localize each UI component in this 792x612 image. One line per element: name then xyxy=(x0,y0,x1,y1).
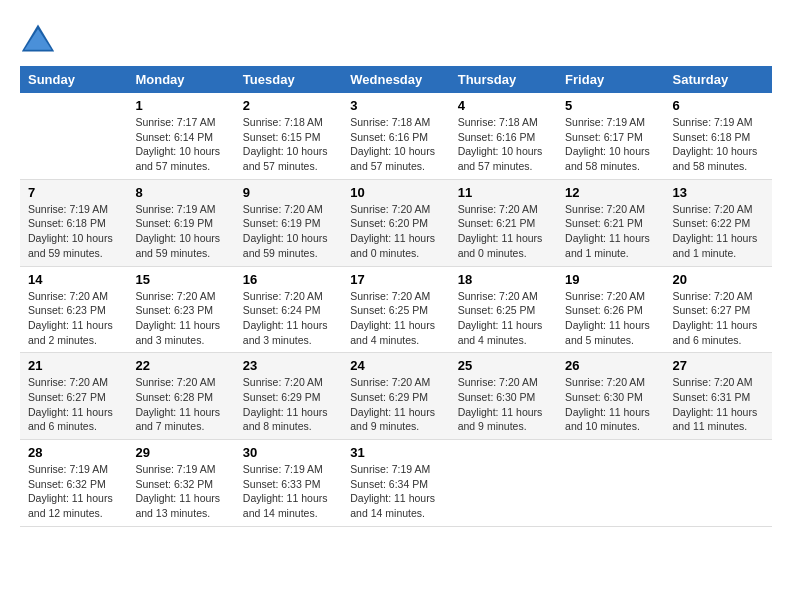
col-header-saturday: Saturday xyxy=(665,66,772,93)
day-number: 2 xyxy=(243,98,334,113)
day-cell: 24Sunrise: 7:20 AMSunset: 6:29 PMDayligh… xyxy=(342,353,449,440)
col-header-sunday: Sunday xyxy=(20,66,127,93)
day-number: 21 xyxy=(28,358,119,373)
day-info: Sunrise: 7:20 AMSunset: 6:21 PMDaylight:… xyxy=(565,202,656,261)
day-number: 30 xyxy=(243,445,334,460)
week-row-1: 1Sunrise: 7:17 AMSunset: 6:14 PMDaylight… xyxy=(20,93,772,179)
day-info: Sunrise: 7:20 AMSunset: 6:21 PMDaylight:… xyxy=(458,202,549,261)
week-row-3: 14Sunrise: 7:20 AMSunset: 6:23 PMDayligh… xyxy=(20,266,772,353)
col-header-monday: Monday xyxy=(127,66,234,93)
day-info: Sunrise: 7:19 AMSunset: 6:33 PMDaylight:… xyxy=(243,462,334,521)
day-cell: 25Sunrise: 7:20 AMSunset: 6:30 PMDayligh… xyxy=(450,353,557,440)
day-info: Sunrise: 7:19 AMSunset: 6:32 PMDaylight:… xyxy=(135,462,226,521)
svg-marker-1 xyxy=(25,29,52,50)
day-cell: 30Sunrise: 7:19 AMSunset: 6:33 PMDayligh… xyxy=(235,440,342,527)
day-info: Sunrise: 7:20 AMSunset: 6:25 PMDaylight:… xyxy=(350,289,441,348)
day-cell: 28Sunrise: 7:19 AMSunset: 6:32 PMDayligh… xyxy=(20,440,127,527)
day-info: Sunrise: 7:19 AMSunset: 6:32 PMDaylight:… xyxy=(28,462,119,521)
day-info: Sunrise: 7:18 AMSunset: 6:15 PMDaylight:… xyxy=(243,115,334,174)
day-info: Sunrise: 7:20 AMSunset: 6:28 PMDaylight:… xyxy=(135,375,226,434)
week-row-2: 7Sunrise: 7:19 AMSunset: 6:18 PMDaylight… xyxy=(20,179,772,266)
day-number: 14 xyxy=(28,272,119,287)
day-number: 17 xyxy=(350,272,441,287)
day-number: 18 xyxy=(458,272,549,287)
day-info: Sunrise: 7:18 AMSunset: 6:16 PMDaylight:… xyxy=(350,115,441,174)
day-number: 22 xyxy=(135,358,226,373)
day-number: 31 xyxy=(350,445,441,460)
day-info: Sunrise: 7:20 AMSunset: 6:23 PMDaylight:… xyxy=(135,289,226,348)
calendar-table: SundayMondayTuesdayWednesdayThursdayFrid… xyxy=(20,66,772,527)
day-cell xyxy=(450,440,557,527)
day-cell: 21Sunrise: 7:20 AMSunset: 6:27 PMDayligh… xyxy=(20,353,127,440)
day-info: Sunrise: 7:20 AMSunset: 6:25 PMDaylight:… xyxy=(458,289,549,348)
day-number: 24 xyxy=(350,358,441,373)
day-cell: 18Sunrise: 7:20 AMSunset: 6:25 PMDayligh… xyxy=(450,266,557,353)
day-info: Sunrise: 7:20 AMSunset: 6:30 PMDaylight:… xyxy=(458,375,549,434)
day-cell: 27Sunrise: 7:20 AMSunset: 6:31 PMDayligh… xyxy=(665,353,772,440)
day-cell: 14Sunrise: 7:20 AMSunset: 6:23 PMDayligh… xyxy=(20,266,127,353)
day-cell xyxy=(557,440,664,527)
day-cell: 13Sunrise: 7:20 AMSunset: 6:22 PMDayligh… xyxy=(665,179,772,266)
logo xyxy=(20,20,60,56)
day-number: 11 xyxy=(458,185,549,200)
day-info: Sunrise: 7:20 AMSunset: 6:20 PMDaylight:… xyxy=(350,202,441,261)
day-info: Sunrise: 7:20 AMSunset: 6:22 PMDaylight:… xyxy=(673,202,764,261)
day-cell: 12Sunrise: 7:20 AMSunset: 6:21 PMDayligh… xyxy=(557,179,664,266)
day-number: 27 xyxy=(673,358,764,373)
day-cell: 5Sunrise: 7:19 AMSunset: 6:17 PMDaylight… xyxy=(557,93,664,179)
col-header-thursday: Thursday xyxy=(450,66,557,93)
day-cell: 31Sunrise: 7:19 AMSunset: 6:34 PMDayligh… xyxy=(342,440,449,527)
day-cell: 10Sunrise: 7:20 AMSunset: 6:20 PMDayligh… xyxy=(342,179,449,266)
day-number: 20 xyxy=(673,272,764,287)
day-number: 25 xyxy=(458,358,549,373)
day-cell: 20Sunrise: 7:20 AMSunset: 6:27 PMDayligh… xyxy=(665,266,772,353)
day-number: 13 xyxy=(673,185,764,200)
day-number: 5 xyxy=(565,98,656,113)
day-info: Sunrise: 7:20 AMSunset: 6:30 PMDaylight:… xyxy=(565,375,656,434)
day-cell: 26Sunrise: 7:20 AMSunset: 6:30 PMDayligh… xyxy=(557,353,664,440)
day-info: Sunrise: 7:20 AMSunset: 6:27 PMDaylight:… xyxy=(28,375,119,434)
logo-icon xyxy=(20,20,56,56)
day-number: 3 xyxy=(350,98,441,113)
day-number: 4 xyxy=(458,98,549,113)
day-cell: 22Sunrise: 7:20 AMSunset: 6:28 PMDayligh… xyxy=(127,353,234,440)
day-info: Sunrise: 7:19 AMSunset: 6:19 PMDaylight:… xyxy=(135,202,226,261)
col-header-wednesday: Wednesday xyxy=(342,66,449,93)
day-info: Sunrise: 7:20 AMSunset: 6:26 PMDaylight:… xyxy=(565,289,656,348)
page-header xyxy=(20,20,772,56)
day-number: 12 xyxy=(565,185,656,200)
day-cell: 17Sunrise: 7:20 AMSunset: 6:25 PMDayligh… xyxy=(342,266,449,353)
day-cell: 3Sunrise: 7:18 AMSunset: 6:16 PMDaylight… xyxy=(342,93,449,179)
day-number: 8 xyxy=(135,185,226,200)
day-cell: 16Sunrise: 7:20 AMSunset: 6:24 PMDayligh… xyxy=(235,266,342,353)
day-number: 10 xyxy=(350,185,441,200)
day-number: 19 xyxy=(565,272,656,287)
day-number: 1 xyxy=(135,98,226,113)
day-cell xyxy=(665,440,772,527)
day-cell: 4Sunrise: 7:18 AMSunset: 6:16 PMDaylight… xyxy=(450,93,557,179)
day-cell: 19Sunrise: 7:20 AMSunset: 6:26 PMDayligh… xyxy=(557,266,664,353)
day-cell: 9Sunrise: 7:20 AMSunset: 6:19 PMDaylight… xyxy=(235,179,342,266)
day-number: 15 xyxy=(135,272,226,287)
day-info: Sunrise: 7:19 AMSunset: 6:34 PMDaylight:… xyxy=(350,462,441,521)
day-info: Sunrise: 7:20 AMSunset: 6:29 PMDaylight:… xyxy=(243,375,334,434)
day-info: Sunrise: 7:20 AMSunset: 6:29 PMDaylight:… xyxy=(350,375,441,434)
day-number: 7 xyxy=(28,185,119,200)
day-number: 16 xyxy=(243,272,334,287)
day-cell: 6Sunrise: 7:19 AMSunset: 6:18 PMDaylight… xyxy=(665,93,772,179)
day-number: 23 xyxy=(243,358,334,373)
day-cell: 2Sunrise: 7:18 AMSunset: 6:15 PMDaylight… xyxy=(235,93,342,179)
day-cell: 1Sunrise: 7:17 AMSunset: 6:14 PMDaylight… xyxy=(127,93,234,179)
day-info: Sunrise: 7:18 AMSunset: 6:16 PMDaylight:… xyxy=(458,115,549,174)
day-info: Sunrise: 7:20 AMSunset: 6:23 PMDaylight:… xyxy=(28,289,119,348)
day-number: 6 xyxy=(673,98,764,113)
col-header-friday: Friday xyxy=(557,66,664,93)
day-cell: 7Sunrise: 7:19 AMSunset: 6:18 PMDaylight… xyxy=(20,179,127,266)
day-cell: 15Sunrise: 7:20 AMSunset: 6:23 PMDayligh… xyxy=(127,266,234,353)
day-cell: 8Sunrise: 7:19 AMSunset: 6:19 PMDaylight… xyxy=(127,179,234,266)
week-row-4: 21Sunrise: 7:20 AMSunset: 6:27 PMDayligh… xyxy=(20,353,772,440)
day-number: 28 xyxy=(28,445,119,460)
day-info: Sunrise: 7:19 AMSunset: 6:17 PMDaylight:… xyxy=(565,115,656,174)
day-info: Sunrise: 7:20 AMSunset: 6:24 PMDaylight:… xyxy=(243,289,334,348)
col-header-tuesday: Tuesday xyxy=(235,66,342,93)
